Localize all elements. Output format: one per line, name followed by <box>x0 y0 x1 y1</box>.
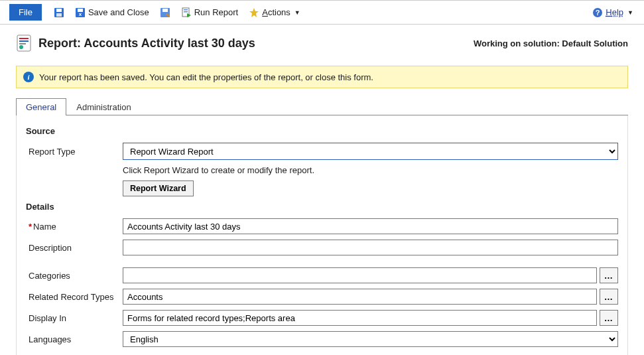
actions-label: Actions <box>262 7 290 17</box>
languages-label: Languages <box>26 334 116 344</box>
solution-label: Working on solution: Default Solution <box>474 38 628 48</box>
description-input[interactable] <box>123 240 618 255</box>
save-button[interactable] <box>50 6 68 19</box>
categories-label: Categories <box>26 271 116 281</box>
tab-general[interactable]: General <box>16 98 66 115</box>
svg-point-19 <box>19 45 23 49</box>
svg-marker-12 <box>249 8 259 17</box>
report-type-hint: Click Report Wizard to create or modify … <box>123 165 314 175</box>
info-icon: i <box>23 72 34 82</box>
chevron-down-icon: ▼ <box>294 9 300 16</box>
svg-text:x: x <box>79 11 82 17</box>
svg-rect-1 <box>56 9 62 12</box>
run-report-label: Run Report <box>194 7 238 17</box>
section-details-title: Details <box>26 202 618 212</box>
file-button[interactable]: File <box>9 4 42 21</box>
help-menu[interactable]: ? Help ▼ <box>588 6 637 19</box>
info-bar: i Your report has been saved. You can ed… <box>16 66 628 88</box>
toolbar: File x Save and Close Run Report Actions… <box>0 1 644 25</box>
name-label: *Name <box>26 222 116 232</box>
languages-select[interactable]: English <box>123 331 618 347</box>
page-title: Report: Accounts Activity last 30 days <box>38 36 467 50</box>
display-in-lookup-button[interactable]: … <box>600 310 618 326</box>
tab-administration[interactable]: Administration <box>66 98 141 115</box>
save-icon <box>54 7 64 18</box>
svg-rect-16 <box>19 38 29 39</box>
report-icon <box>16 34 32 52</box>
help-label: Help <box>606 7 623 17</box>
name-input[interactable] <box>123 218 618 234</box>
svg-rect-9 <box>184 9 188 11</box>
chevron-down-icon: ▼ <box>627 9 633 16</box>
svg-rect-7 <box>162 9 168 12</box>
display-in-label: Display In <box>26 313 116 323</box>
help-icon: ? <box>592 7 603 18</box>
run-report-button[interactable]: Run Report <box>177 6 242 19</box>
report-wizard-button[interactable]: Report Wizard <box>123 180 194 196</box>
svg-text:?: ? <box>596 9 600 17</box>
description-label: Description <box>26 243 116 253</box>
related-record-types-input[interactable] <box>123 289 597 305</box>
info-message: Your report has been saved. You can edit… <box>39 72 373 82</box>
svg-rect-10 <box>184 11 188 13</box>
save-as-button[interactable] <box>156 6 174 19</box>
actions-menu[interactable]: Actions ▼ <box>245 6 304 19</box>
run-report-icon <box>181 7 192 18</box>
save-as-icon <box>160 7 170 18</box>
display-in-input[interactable] <box>123 310 597 326</box>
report-type-label: Report Type <box>26 147 116 157</box>
save-and-close-label: Save and Close <box>88 7 149 17</box>
save-close-icon: x <box>75 7 86 18</box>
related-record-types-label: Related Record Types <box>26 292 116 302</box>
report-type-select[interactable]: Report Wizard Report <box>123 143 618 160</box>
section-source-title: Source <box>26 126 618 136</box>
form-general: Source Report Type Report Wizard Report … <box>16 115 628 355</box>
tab-strip: General Administration <box>16 98 628 115</box>
page-header: Report: Accounts Activity last 30 days W… <box>0 25 644 59</box>
categories-lookup-button[interactable]: … <box>600 267 618 283</box>
related-lookup-button[interactable]: … <box>600 289 618 305</box>
svg-rect-18 <box>19 43 26 44</box>
svg-rect-17 <box>19 40 29 42</box>
categories-input[interactable] <box>123 267 597 283</box>
svg-rect-2 <box>56 13 62 17</box>
save-and-close-button[interactable]: x Save and Close <box>71 6 153 19</box>
actions-icon <box>249 7 259 18</box>
